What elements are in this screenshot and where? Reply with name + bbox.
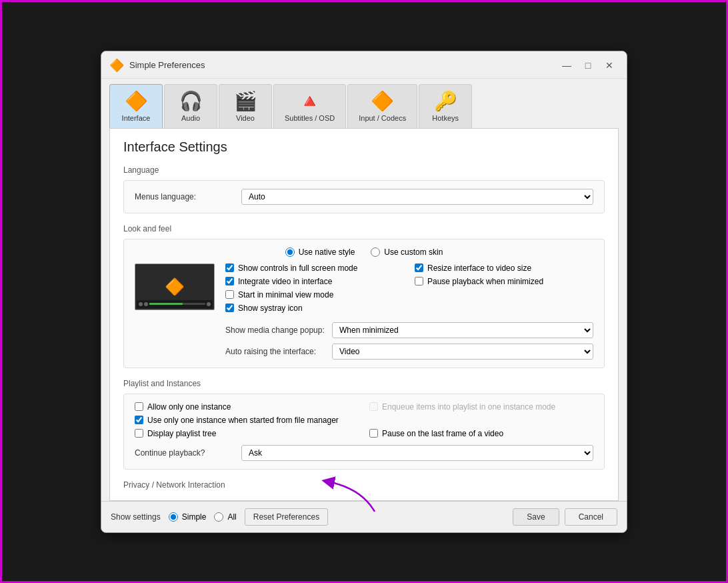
hotkeys-tab-icon: 🔑	[434, 90, 457, 112]
minimize-button[interactable]: —	[557, 58, 576, 73]
menus-language-row: Menus language: Auto English French	[135, 189, 593, 205]
playlist-section: Playlist and Instances Allow only one in…	[123, 379, 605, 470]
one-instance-file-manager-label: Use only one instance when started from …	[147, 416, 339, 425]
integrate-video-checkbox[interactable]	[225, 277, 234, 285]
preview-dot2	[144, 302, 148, 306]
language-section-title: Language	[123, 165, 605, 175]
all-radio-label[interactable]: All	[214, 512, 236, 522]
show-systray-checkbox[interactable]	[225, 304, 234, 312]
one-instance-checkbox-label[interactable]: Allow only one instance	[135, 402, 359, 412]
start-minimal-label: Start in minimal view mode	[238, 290, 333, 300]
continue-playback-select[interactable]: Ask Always Never	[241, 445, 593, 461]
native-style-label: Use native style	[299, 247, 355, 257]
pause-minimized-checkbox-label[interactable]: Pause playback when minimized	[415, 277, 593, 286]
checks-and-form: Show controls in full screen mode Integr…	[225, 263, 593, 360]
titlebar: 🔶 Simple Preferences — □ ✕	[101, 51, 627, 79]
integrate-video-checkbox-label[interactable]: Integrate video in interface	[225, 277, 404, 286]
native-style-radio-label[interactable]: Use native style	[285, 247, 355, 257]
arrow-annotation: Reset Preferences	[245, 508, 328, 526]
subtitles-tab-icon: 🔺	[298, 90, 321, 112]
media-change-popup-select[interactable]: When minimized Disabled Always	[332, 322, 593, 338]
start-minimal-checkbox-label[interactable]: Start in minimal view mode	[225, 290, 404, 300]
show-systray-label: Show systray icon	[238, 304, 303, 313]
video-tab-label: Video	[236, 114, 255, 122]
pause-last-frame-checkbox[interactable]	[369, 429, 378, 438]
all-radio[interactable]	[214, 512, 223, 522]
auto-raising-select[interactable]: Video Disabled Always	[332, 344, 593, 360]
interface-tab-label: Interface	[122, 114, 151, 122]
display-playlist-tree-checkbox-label[interactable]: Display playlist tree	[135, 429, 359, 438]
look-feel-box: Use native style Use custom skin 🔶	[123, 239, 605, 368]
media-change-popup-label: Show media change popup:	[225, 326, 332, 335]
titlebar-left: 🔶 Simple Preferences	[109, 58, 205, 73]
start-minimal-checkbox[interactable]	[225, 290, 234, 299]
one-instance-file-manager-checkbox-label[interactable]: Use only one instance when started from …	[135, 416, 593, 425]
page-title: Interface Settings	[123, 139, 605, 155]
show-systray-checkbox-label[interactable]: Show systray icon	[225, 304, 404, 313]
look-and-feel-section: Look and feel Use native style Use custo…	[123, 224, 605, 368]
preview-progress-bar	[149, 303, 205, 305]
tab-audio[interactable]: 🎧 Audio	[164, 84, 217, 128]
maximize-button[interactable]: □	[579, 58, 597, 73]
checkbox-col-left: Show controls in full screen mode Integr…	[225, 263, 404, 317]
pause-minimized-checkbox[interactable]	[415, 277, 423, 285]
tab-hotkeys[interactable]: 🔑 Hotkeys	[419, 84, 472, 128]
enqueue-items-checkbox-label: Enqueue items into playlist in one insta…	[369, 402, 593, 412]
titlebar-controls: — □ ✕	[557, 58, 619, 73]
preview-area: 🔶	[135, 263, 593, 360]
window-title: Simple Preferences	[129, 60, 205, 70]
pause-minimized-label: Pause playback when minimized	[427, 277, 543, 286]
tab-video[interactable]: 🎬 Video	[219, 84, 272, 128]
tab-subtitles[interactable]: 🔺 Subtitles / OSD	[273, 84, 346, 128]
interface-tab-icon: 🔶	[125, 90, 148, 112]
subtitles-tab-label: Subtitles / OSD	[285, 114, 335, 122]
save-button[interactable]: Save	[513, 508, 559, 526]
custom-skin-radio[interactable]	[371, 247, 380, 257]
simple-radio[interactable]	[169, 512, 178, 522]
preview-dot	[139, 302, 143, 306]
app-icon: 🔶	[109, 58, 124, 73]
resize-interface-checkbox-label[interactable]: Resize interface to video size	[415, 263, 593, 273]
hotkeys-tab-label: Hotkeys	[432, 114, 459, 122]
preview-cone-icon: 🔶	[165, 277, 185, 296]
tab-interface[interactable]: 🔶 Interface	[109, 84, 163, 128]
custom-skin-radio-label[interactable]: Use custom skin	[371, 247, 443, 257]
tabs-bar: 🔶 Interface 🎧 Audio 🎬 Video 🔺 Subtitles …	[101, 79, 627, 128]
show-controls-label: Show controls in full screen mode	[238, 263, 357, 273]
preview-image: 🔶	[135, 263, 215, 310]
custom-skin-label: Use custom skin	[384, 247, 443, 257]
audio-tab-label: Audio	[181, 114, 200, 122]
show-controls-checkbox-label[interactable]: Show controls in full screen mode	[225, 263, 404, 273]
playlist-box: Allow only one instance Enqueue items in…	[123, 394, 605, 470]
playlist-section-title: Playlist and Instances	[123, 379, 605, 388]
preview-progress-fill	[149, 303, 183, 305]
pause-last-frame-checkbox-label[interactable]: Pause on the last frame of a video	[369, 429, 593, 438]
cancel-button[interactable]: Cancel	[565, 508, 617, 526]
show-controls-checkbox[interactable]	[225, 263, 234, 272]
privacy-section-title: Privacy / Network Interaction	[123, 480, 605, 490]
input-tab-icon: 🔶	[371, 90, 394, 112]
native-style-radio[interactable]	[285, 247, 295, 257]
bottom-left: Show settings Simple All Reset Preferenc…	[111, 508, 328, 526]
auto-raising-label: Auto raising the interface:	[225, 347, 332, 356]
playlist-col-right: Enqueue items into playlist in one insta…	[369, 402, 593, 416]
video-tab-icon: 🎬	[234, 90, 257, 112]
continue-playback-row: Continue playback? Ask Always Never	[135, 445, 593, 461]
look-feel-title: Look and feel	[123, 224, 605, 233]
one-instance-checkbox[interactable]	[135, 402, 143, 411]
display-playlist-tree-label: Display playlist tree	[147, 429, 216, 438]
reset-preferences-button[interactable]: Reset Preferences	[245, 508, 328, 526]
one-instance-file-manager-checkbox[interactable]	[135, 416, 143, 424]
resize-interface-checkbox[interactable]	[415, 263, 423, 272]
display-playlist-tree-checkbox[interactable]	[135, 429, 143, 438]
simple-radio-label[interactable]: Simple	[169, 512, 207, 522]
playlist-checkboxes-top: Allow only one instance Enqueue items in…	[135, 402, 593, 416]
close-button[interactable]: ✕	[600, 58, 619, 73]
style-radio-group: Use native style Use custom skin	[135, 247, 593, 257]
input-tab-label: Input / Codecs	[359, 114, 406, 122]
language-section: Language Menus language: Auto English Fr…	[123, 165, 605, 213]
simple-label: Simple	[182, 512, 207, 522]
all-label: All	[227, 512, 236, 522]
tab-input[interactable]: 🔶 Input / Codecs	[347, 84, 417, 128]
menus-language-select[interactable]: Auto English French	[241, 189, 593, 205]
